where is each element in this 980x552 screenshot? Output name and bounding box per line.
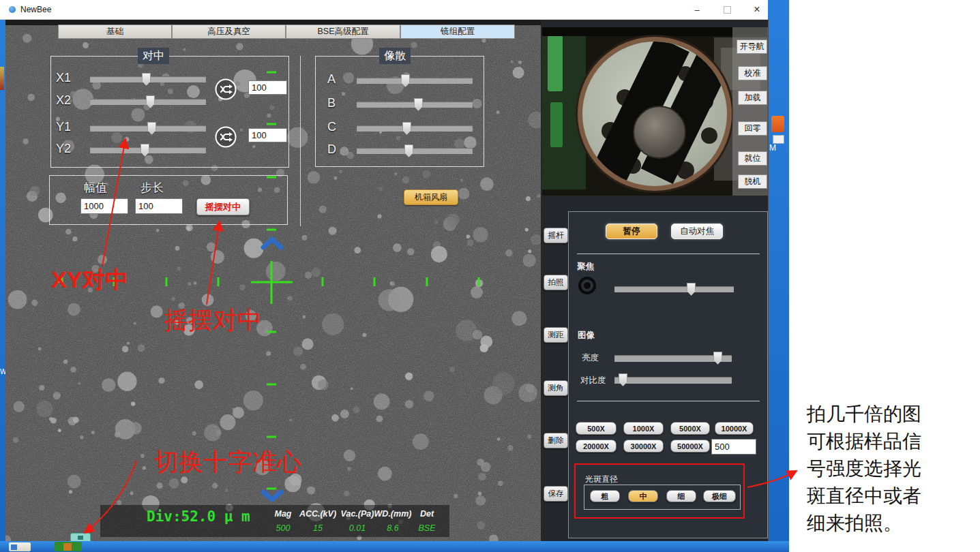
mag-30000x-button[interactable]: 30000X <box>623 440 664 453</box>
slider-label-c: C <box>327 120 336 134</box>
close-button[interactable]: × <box>742 0 772 19</box>
note-line: 可根据样品信 <box>807 428 979 455</box>
focus-slider[interactable] <box>614 286 734 292</box>
tool-joystick-button[interactable]: 摇杆 <box>544 228 568 243</box>
centering-title: 对中 <box>138 48 169 64</box>
slider-d[interactable] <box>357 148 473 154</box>
desktop-icon-fragment-3[interactable] <box>0 67 4 90</box>
amplitude-input[interactable] <box>80 198 128 214</box>
slider-label-d: D <box>327 142 336 157</box>
tab-basic[interactable]: 基础 <box>58 25 172 39</box>
slider-x1[interactable] <box>90 76 206 82</box>
maximize-icon <box>724 6 731 14</box>
status-header-det: Det <box>405 509 449 519</box>
status-header-acc: ACC.(kV) <box>296 509 340 519</box>
desktop-icon-m-label: M <box>769 143 776 153</box>
stage-hole <box>701 127 717 144</box>
contrast-slider-thumb[interactable] <box>619 373 627 386</box>
camera-pcb-connector-2 <box>550 102 563 147</box>
brightness-label: 亮度 <box>582 352 599 364</box>
slider-label-x2: X2 <box>56 93 71 108</box>
nav-button-in-position[interactable]: 就位 <box>738 151 767 166</box>
divider <box>577 401 760 401</box>
taskbar-app-icon[interactable] <box>55 542 82 551</box>
slider-label-y2: Y2 <box>56 142 71 156</box>
tool-measure-distance-button[interactable]: 测距 <box>544 327 568 343</box>
divider <box>577 254 760 254</box>
tab-hv-vacuum[interactable]: 高压及真空 <box>172 25 286 39</box>
status-value-acc: 15 <box>296 523 340 533</box>
amplitude-label: 幅值 <box>84 180 107 196</box>
slider-y1[interactable] <box>90 125 206 132</box>
nav-button-navigation[interactable]: 开导航 <box>737 40 767 54</box>
focus-slider-thumb[interactable] <box>687 283 696 296</box>
camera-pcb-connector <box>548 35 563 91</box>
note-line: 拍几千倍的图 <box>807 401 979 428</box>
nav-button-offline[interactable]: 脱机 <box>738 174 767 189</box>
chassis-fan-button[interactable]: 机箱风扇 <box>404 189 458 205</box>
note-line: 斑直径中或者 <box>807 482 979 510</box>
tab-lens-config[interactable]: 镜组配置 <box>400 25 515 39</box>
nav-button-calibrate[interactable]: 校准 <box>738 66 767 80</box>
mag-1000x-button[interactable]: 1000X <box>623 422 664 435</box>
spot-annotation-rectangle <box>574 463 745 519</box>
desktop-strip-left <box>0 19 5 541</box>
tool-delete-button[interactable]: 删除 <box>544 433 568 448</box>
autofocus-button[interactable]: 自动对焦 <box>671 224 723 239</box>
mag-20000x-button[interactable]: 20000X <box>576 440 617 453</box>
annotation-crosshair-toggle: 切换十字准心 <box>154 446 301 479</box>
minimize-button[interactable]: – <box>682 0 712 19</box>
step-input[interactable] <box>135 198 183 214</box>
titlebar: NewBee – × <box>0 0 768 20</box>
slider-label-x1: X1 <box>56 71 71 85</box>
mag-5000x-button[interactable]: 5000X <box>670 422 710 435</box>
wobble-centering-button[interactable]: 摇摆对中 <box>196 198 250 215</box>
brightness-slider-thumb[interactable] <box>713 352 722 365</box>
step-label: 步长 <box>140 180 164 196</box>
tool-photo-button[interactable]: 拍照 <box>544 275 568 290</box>
contrast-slider[interactable] <box>614 377 732 384</box>
mag-50000x-button[interactable]: 50000X <box>670 440 710 453</box>
window-title: NewBee <box>20 5 51 14</box>
tab-bse-advanced[interactable]: BSE高级配置 <box>286 25 400 39</box>
swap-x-icon[interactable] <box>214 78 237 101</box>
mag-input[interactable] <box>711 439 756 455</box>
slider-label-b: B <box>327 96 336 110</box>
astig-title: 像散 <box>379 48 411 64</box>
slider-y2[interactable] <box>90 147 206 153</box>
div-readout: Div:52.0 μ m <box>147 508 250 525</box>
record-icon <box>578 277 596 294</box>
focus-label: 聚焦 <box>577 261 594 273</box>
taskbar-item[interactable] <box>9 542 31 551</box>
panel-separator <box>300 56 301 226</box>
centering-value-y-input[interactable] <box>248 128 287 142</box>
stage-disc <box>578 37 732 191</box>
slider-x2[interactable] <box>90 99 206 105</box>
slider-b[interactable] <box>357 102 473 108</box>
slider-c[interactable] <box>357 125 473 132</box>
maximize-button[interactable] <box>712 0 742 19</box>
status-value-det: BSE <box>405 523 449 533</box>
slider-label-y1: Y1 <box>56 120 71 134</box>
annotation-xy-centering: XY对中 <box>51 264 128 296</box>
image-section-label: 图像 <box>578 330 595 341</box>
nav-button-load[interactable]: 加载 <box>738 91 767 105</box>
slider-label-a: A <box>327 72 336 87</box>
mag-500x-button[interactable]: 500X <box>576 422 617 435</box>
status-bar: Div:52.0 μ m Mag ACC.(kV) Vac.(Pa) WD.(m… <box>100 505 449 537</box>
annotation-wobble-centering: 摇摆对中 <box>164 304 262 337</box>
desktop-icon-fragment[interactable] <box>771 116 784 132</box>
nav-button-home[interactable]: 回零 <box>738 121 767 136</box>
mag-10000x-button[interactable]: 10000X <box>715 422 754 435</box>
contrast-label: 对比度 <box>580 375 606 386</box>
swap-y-icon[interactable] <box>214 125 237 149</box>
slider-a[interactable] <box>357 78 473 84</box>
app-icon <box>9 6 16 13</box>
tool-save-button[interactable]: 保存 <box>544 486 568 502</box>
tool-measure-angle-button[interactable]: 测角 <box>544 380 568 396</box>
stage-bolt <box>633 106 686 159</box>
brightness-slider[interactable] <box>614 355 732 362</box>
taskbar <box>0 541 789 552</box>
centering-value-x-input[interactable] <box>248 80 287 95</box>
pause-button[interactable]: 暂停 <box>606 224 657 239</box>
